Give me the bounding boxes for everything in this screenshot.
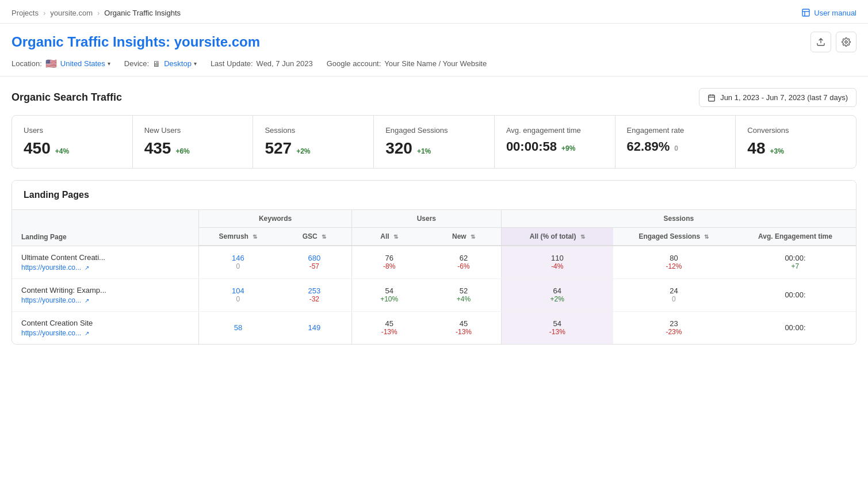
book-icon bbox=[801, 8, 810, 17]
row2-landing-page: Content Writing: Examp... https://yoursi… bbox=[12, 278, 199, 311]
col-users-new[interactable]: New ⇅ bbox=[426, 228, 501, 246]
row2-avg-eng: 00:00: bbox=[735, 278, 856, 311]
page-title: Organic Traffic Insights: yoursite.com bbox=[12, 34, 260, 50]
stat-avg-engagement-label: Avg. engagement time bbox=[506, 126, 603, 135]
table-group-header-row: Landing Page Keywords Users Sessions bbox=[12, 210, 856, 228]
row1-semrush: 146 0 bbox=[199, 246, 277, 278]
row3-sessions-all: 54 -13% bbox=[501, 311, 613, 344]
page-header: Organic Traffic Insights: yoursite.com L… bbox=[0, 24, 868, 77]
stat-avg-engagement-value: 00:00:58 bbox=[506, 139, 557, 154]
row2-page-title: Content Writing: Examp... bbox=[21, 286, 189, 295]
device-label: Device: bbox=[124, 59, 149, 68]
breadcrumb: Projects › yoursite.com › Organic Traffi… bbox=[0, 0, 868, 24]
breadcrumb-sep-2: › bbox=[97, 9, 100, 17]
header-actions bbox=[810, 32, 856, 52]
stat-avg-engagement-change: +9% bbox=[561, 144, 575, 152]
organic-search-header: Organic Search Traffic Jun 1, 2023 - Jun… bbox=[0, 77, 868, 115]
stat-engagement-rate: Engagement rate 62.89% 0 bbox=[615, 116, 736, 168]
row1-landing-page: Ultimate Content Creati... https://yours… bbox=[12, 246, 199, 278]
stat-users-value: 450 bbox=[24, 139, 51, 158]
row1-avg-eng: 00:00: +7 bbox=[735, 246, 856, 278]
row2-engaged: 24 0 bbox=[613, 278, 735, 311]
date-range-button[interactable]: Jun 1, 2023 - Jun 7, 2023 (last 7 days) bbox=[699, 88, 856, 107]
row2-users-new: 52 +4% bbox=[426, 278, 501, 311]
export-icon bbox=[816, 37, 825, 47]
row1-ext-icon: ↗ bbox=[85, 265, 89, 271]
device-item: Device: 🖥 Desktop ▾ bbox=[124, 59, 197, 68]
google-account-item: Google account: Your Site Name / Your We… bbox=[327, 59, 487, 68]
row1-page-url[interactable]: https://yoursite.co... bbox=[21, 263, 81, 272]
stat-new-users: New Users 435 +6% bbox=[133, 116, 254, 168]
col-group-users: Users bbox=[352, 210, 502, 228]
stat-new-users-label: New Users bbox=[144, 126, 242, 135]
stat-sessions: Sessions 527 +2% bbox=[253, 116, 374, 168]
monitor-icon: 🖥 bbox=[152, 59, 160, 68]
users-new-sort-icon: ⇅ bbox=[471, 234, 475, 240]
stat-conversions: Conversions 48 +3% bbox=[736, 116, 856, 168]
svg-rect-4 bbox=[709, 95, 715, 101]
gsc-sort-icon: ⇅ bbox=[322, 234, 326, 240]
col-group-keywords: Keywords bbox=[199, 210, 352, 228]
row2-users-all: 54 +10% bbox=[352, 278, 427, 311]
stat-new-users-change: +6% bbox=[175, 147, 189, 155]
col-users-all[interactable]: All ⇅ bbox=[352, 228, 427, 246]
stat-conversions-change: +3% bbox=[770, 147, 783, 155]
stat-users: Users 450 +4% bbox=[12, 116, 133, 168]
user-manual-link[interactable]: User manual bbox=[801, 8, 856, 17]
col-gsc[interactable]: GSC ⇅ bbox=[277, 228, 352, 246]
row3-gsc: 149 bbox=[277, 311, 352, 344]
col-engaged-sessions[interactable]: Engaged Sessions ⇅ bbox=[613, 228, 735, 246]
stat-users-change: +4% bbox=[55, 147, 69, 155]
breadcrumb-projects[interactable]: Projects bbox=[12, 9, 39, 17]
row3-page-url[interactable]: https://yoursite.co... bbox=[21, 329, 81, 337]
flag-icon: 🇺🇸 bbox=[45, 58, 57, 69]
stat-sessions-change: +2% bbox=[296, 147, 310, 155]
table-row: Ultimate Content Creati... https://yours… bbox=[12, 246, 856, 278]
location-item: Location: 🇺🇸 United States ▾ bbox=[12, 58, 110, 69]
settings-icon bbox=[842, 37, 851, 47]
landing-pages-title: Landing Pages bbox=[24, 190, 844, 200]
users-all-sort-icon: ⇅ bbox=[393, 234, 398, 240]
row2-semrush: 104 0 bbox=[199, 278, 277, 311]
svg-rect-0 bbox=[802, 9, 809, 16]
location-dropdown[interactable]: United States ▾ bbox=[60, 59, 110, 68]
col-sessions-all[interactable]: All (% of total) ⇅ bbox=[501, 228, 613, 246]
table-body: Ultimate Content Creati... https://yours… bbox=[12, 246, 856, 344]
stat-engagement-rate-value: 62.89% bbox=[627, 139, 670, 154]
row3-landing-page: Content Creation Site https://yoursite.c… bbox=[12, 311, 199, 344]
landing-pages-header: Landing Pages bbox=[12, 181, 856, 210]
stats-container: Users 450 +4% New Users 435 +6% Sessions… bbox=[12, 115, 856, 169]
stat-new-users-value: 435 bbox=[144, 139, 171, 158]
landing-pages-section: Landing Pages Landing Page Keywords User… bbox=[12, 180, 856, 345]
stat-engaged-sessions: Engaged Sessions 320 +1% bbox=[374, 116, 495, 168]
google-account-value: Your Site Name / Your Website bbox=[384, 59, 487, 68]
stat-engagement-rate-change: 0 bbox=[674, 144, 678, 152]
stat-engaged-sessions-label: Engaged Sessions bbox=[385, 126, 483, 135]
row2-page-url[interactable]: https://yoursite.co... bbox=[21, 296, 81, 304]
col-avg-engagement[interactable]: Avg. Engagement time bbox=[735, 228, 856, 246]
row1-engaged: 80 -12% bbox=[613, 246, 735, 278]
breadcrumb-yoursite[interactable]: yoursite.com bbox=[50, 9, 93, 17]
row3-ext-icon: ↗ bbox=[85, 330, 89, 337]
row1-users-all: 76 -8% bbox=[352, 246, 427, 278]
row1-sessions-all: 110 -4% bbox=[501, 246, 613, 278]
col-semrush[interactable]: Semrush ⇅ bbox=[199, 228, 277, 246]
row2-sessions-all: 64 +2% bbox=[501, 278, 613, 311]
last-update-item: Last Update: Wed, 7 Jun 2023 bbox=[211, 59, 313, 68]
landing-pages-table: Landing Page Keywords Users Sessions Sem… bbox=[12, 210, 856, 344]
meta-row: Location: 🇺🇸 United States ▾ Device: 🖥 D… bbox=[12, 58, 856, 69]
device-chevron: ▾ bbox=[194, 60, 197, 67]
breadcrumb-sep-1: › bbox=[43, 9, 45, 17]
row3-users-new: 45 -13% bbox=[426, 311, 501, 344]
svg-point-3 bbox=[845, 41, 847, 43]
sessions-all-sort-icon: ⇅ bbox=[580, 234, 585, 240]
settings-button[interactable] bbox=[836, 32, 856, 52]
device-dropdown[interactable]: Desktop ▾ bbox=[164, 59, 197, 68]
stat-conversions-label: Conversions bbox=[747, 126, 844, 135]
stat-engagement-rate-label: Engagement rate bbox=[627, 126, 724, 135]
location-label: Location: bbox=[12, 59, 42, 68]
row3-avg-eng: 00:00: bbox=[735, 311, 856, 344]
row1-users-new: 62 -6% bbox=[426, 246, 501, 278]
export-button[interactable] bbox=[810, 32, 831, 52]
stat-engaged-sessions-change: +1% bbox=[417, 147, 431, 155]
